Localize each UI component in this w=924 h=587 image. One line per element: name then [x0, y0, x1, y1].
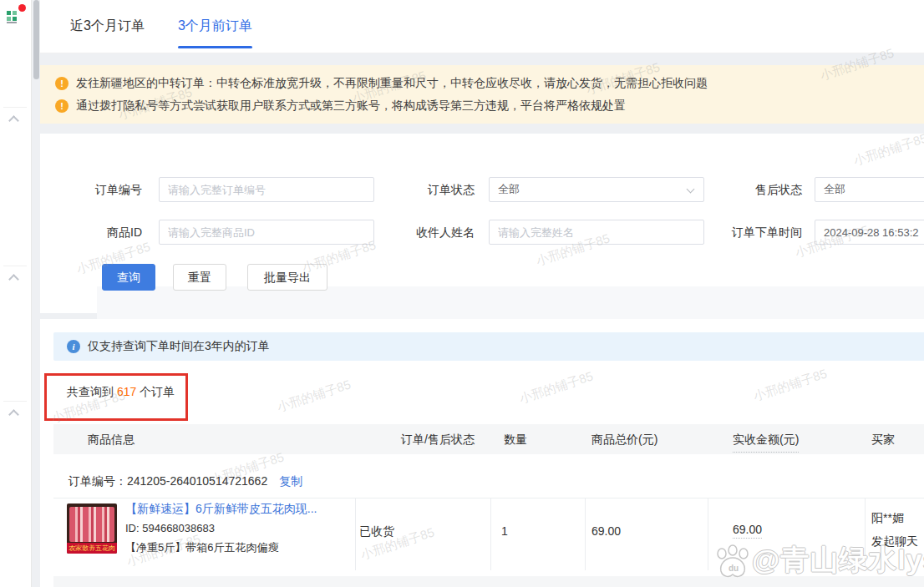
sidebar-scrollbar[interactable]	[33, 0, 39, 79]
notice-banner: ! 发往新疆地区的中转订单：中转仓标准放宽升级，不再限制重量和尺寸，中转仓应收尽…	[40, 65, 924, 124]
order-no-label: 订单编号	[58, 177, 142, 202]
order-tabs: 近3个月订单 3个月前订单	[40, 0, 924, 53]
order-number-value: 241205-264010514721662	[127, 474, 267, 488]
reset-button[interactable]: 重置	[173, 264, 226, 291]
col-paid-amount-text: 实收金额(元)	[733, 427, 799, 453]
notice-line: ! 通过拨打隐私号等方式尝试获取用户联系方式或第三方账号，将构成诱导第三方违规，…	[55, 97, 911, 114]
chevron-down-icon	[687, 185, 695, 194]
product-id-label: 商品ID	[58, 220, 142, 245]
order-management-page: 近3个月订单 3个月前订单 ! 发往新疆地区的中转订单：中转仓标准放宽升级，不再…	[0, 0, 924, 587]
tab-older-than-3-months[interactable]: 3个月前订单	[178, 0, 252, 53]
column-divider	[865, 498, 866, 570]
product-image-caption: 农家散养五花肉	[67, 543, 117, 554]
column-divider	[490, 498, 491, 570]
query-button[interactable]: 查询	[102, 264, 155, 291]
tab-recent-3-months[interactable]: 近3个月订单	[70, 0, 145, 53]
order-time-label: 订单下单时间	[706, 220, 802, 245]
table-header: 商品信息 订单/售后状态 数量 商品总价(元) 实收金额(元) 买家	[53, 424, 924, 454]
batch-export-button[interactable]: 批量导出	[247, 264, 327, 291]
order-time-input[interactable]	[815, 220, 924, 245]
order-status-label: 订单状态	[391, 177, 475, 202]
paid-amount-cell: 69.00	[733, 523, 762, 536]
order-number-label: 订单编号：	[69, 474, 127, 488]
after-sale-status-label: 售后状态	[706, 177, 802, 202]
red-annotation-box	[44, 373, 188, 421]
info-icon: i	[67, 340, 80, 353]
info-bar-text: 仅支持查询下单时间在3年内的订单	[88, 339, 270, 354]
order-status-cell: 已收货	[359, 524, 394, 539]
total-price-cell: 69.00	[591, 524, 621, 538]
notification-dot	[18, 4, 26, 12]
info-bar: i 仅支持查询下单时间在3年内的订单	[53, 332, 924, 361]
order-status-value: 全部	[498, 183, 520, 195]
after-sale-status-select[interactable]: 全部	[815, 177, 924, 202]
col-total-price: 商品总价(元)	[591, 424, 657, 454]
column-divider	[708, 498, 708, 570]
buyer-name-cell: 阳**媚	[871, 511, 904, 526]
col-paid-amount: 实收金额(元)	[733, 424, 799, 454]
sidebar-divider	[3, 107, 27, 108]
notice-text: 发往新疆地区的中转订单：中转仓标准放宽升级，不再限制重量和尺寸，中转仓应收尽收，…	[76, 74, 708, 92]
col-quantity: 数量	[504, 424, 527, 454]
start-chat-link[interactable]: 发起聊天	[871, 534, 918, 549]
column-divider	[355, 498, 356, 570]
order-status-select[interactable]: 全部	[489, 177, 704, 202]
order-no-input[interactable]	[159, 177, 374, 202]
col-product-info: 商品信息	[88, 424, 135, 454]
collapsed-sidebar	[0, 0, 32, 587]
product-spec-text: 【净重5斤】带箱6斤五花肉偏瘦	[125, 540, 278, 555]
after-sale-status-value: 全部	[824, 183, 845, 195]
chevron-up-icon[interactable]	[8, 409, 19, 420]
receiver-name-label: 收件人姓名	[391, 220, 475, 245]
product-image[interactable]: 农家散养五花肉	[67, 504, 117, 554]
sidebar-divider	[3, 401, 27, 402]
notice-line: ! 发往新疆地区的中转订单：中转仓标准放宽升级，不再限制重量和尺寸，中转仓应收尽…	[55, 74, 911, 92]
chevron-up-icon[interactable]	[8, 274, 19, 285]
column-divider	[585, 498, 586, 570]
col-order-status: 订单/售后状态	[401, 424, 475, 454]
col-buyer: 买家	[871, 424, 895, 454]
receiver-name-input[interactable]	[489, 220, 704, 245]
warning-icon: !	[55, 77, 69, 90]
sidebar-divider	[3, 266, 27, 266]
chevron-up-icon[interactable]	[8, 115, 19, 126]
product-id-text: ID: 594668038683	[125, 522, 215, 534]
copy-order-number-link[interactable]: 复制	[279, 474, 302, 488]
product-title-link[interactable]: 【新鲜速运】6斤新鲜带皮五花肉现...	[125, 502, 353, 517]
order-number-row: 订单编号：241205-264010514721662复制	[53, 464, 924, 498]
warning-icon: !	[55, 99, 69, 113]
product-id-input[interactable]	[159, 220, 374, 245]
quantity-cell: 1	[501, 524, 508, 538]
notice-text: 通过拨打隐私号等方式尝试获取用户联系方式或第三方账号，将构成诱导第三方违规，平台…	[76, 97, 626, 114]
paid-amount-value: 69.00	[733, 523, 762, 539]
next-order-group-header	[53, 576, 924, 587]
product-image-meat	[69, 507, 114, 542]
